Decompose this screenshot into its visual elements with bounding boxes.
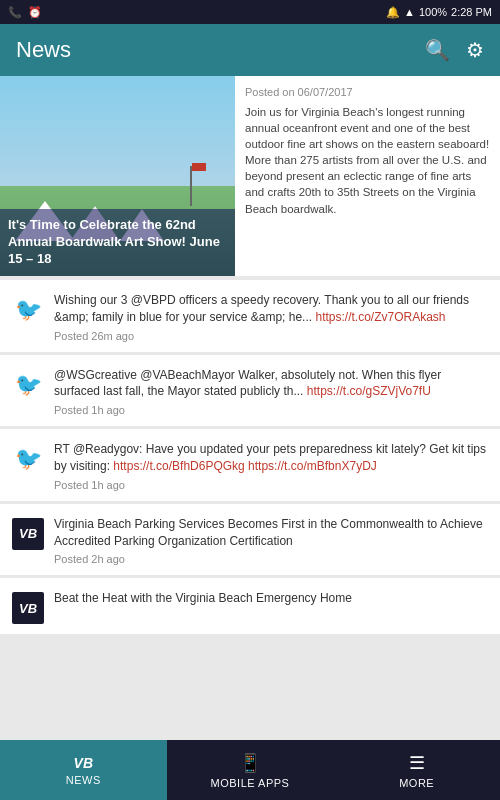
twitter-icon-2: 🐦 (12, 369, 44, 401)
mobile-apps-nav-icon: 📱 (239, 752, 261, 774)
twitter-bird-icon: 🐦 (15, 372, 42, 398)
nav-label-news: NEWS (66, 774, 101, 786)
tweet-body-1: Wishing our 3 @VBPD officers a speedy re… (54, 292, 488, 342)
status-left-icons: 📞 ⏰ (8, 6, 42, 19)
twitter-bird-icon: 🐦 (15, 297, 42, 323)
alarm-status-icon: ⏰ (28, 6, 42, 19)
nav-item-news[interactable]: VB NEWS (0, 740, 167, 800)
list-item[interactable]: 🐦 Wishing our 3 @VBPD officers a speedy … (0, 280, 500, 352)
nav-label-mobile-apps: MOBILE APPS (211, 777, 290, 789)
news-nav-icon: VB (74, 755, 93, 771)
settings-icon[interactable]: ⚙ (466, 38, 484, 62)
header-actions: 🔍 ⚙ (425, 38, 484, 62)
page-title: News (16, 37, 71, 63)
tweet-link-1[interactable]: https://t.co/Zv7ORAkash (315, 310, 445, 324)
vb-logo-1: VB (12, 518, 44, 550)
flag-pole (190, 166, 192, 206)
featured-body: Join us for Virginia Beach's longest run… (245, 104, 490, 217)
silent-icon: 🔔 (386, 6, 400, 19)
search-icon[interactable]: 🔍 (425, 38, 450, 62)
status-bar: 📞 ⏰ 🔔 ▲ 100% 2:28 PM (0, 0, 500, 24)
status-right-icons: 🔔 ▲ 100% 2:28 PM (386, 6, 492, 19)
nav-label-more: MORE (399, 777, 434, 789)
twitter-bird-icon: 🐦 (15, 446, 42, 472)
app-header: News 🔍 ⚙ (0, 24, 500, 76)
featured-date: Posted on 06/07/2017 (245, 86, 490, 98)
twitter-icon-3: 🐦 (12, 443, 44, 475)
wifi-icon: ▲ (404, 6, 415, 18)
bottom-navigation: VB NEWS 📱 MOBILE APPS ☰ MORE (0, 740, 500, 800)
nav-item-more[interactable]: ☰ MORE (333, 740, 500, 800)
tweet-link-3[interactable]: https://t.co/BfhD6PQGkg https://t.co/mBf… (113, 459, 376, 473)
list-item[interactable]: 🐦 @WSGcreative @VABeachMayor Walker, abs… (0, 355, 500, 427)
battery-text: 100% (419, 6, 447, 18)
more-nav-icon: ☰ (409, 752, 425, 774)
news-list: 🐦 Wishing our 3 @VBPD officers a speedy … (0, 280, 500, 634)
flag (192, 163, 206, 171)
vb-body-2: Beat the Heat with the Virginia Beach Em… (54, 590, 488, 611)
list-item[interactable]: VB Beat the Heat with the Virginia Beach… (0, 578, 500, 634)
featured-headline: It's Time to Celebrate the 62nd Annual B… (8, 217, 227, 268)
twitter-icon-1: 🐦 (12, 294, 44, 326)
vb-logo-2: VB (12, 592, 44, 624)
tweet-time-3: Posted 1h ago (54, 479, 488, 491)
tweet-time-2: Posted 1h ago (54, 404, 488, 416)
tweet-text-3: RT @Readygov: Have you updated your pets… (54, 441, 488, 475)
vb-time-1: Posted 2h ago (54, 553, 488, 565)
list-item[interactable]: VB Virginia Beach Parking Services Becom… (0, 504, 500, 576)
featured-content: Posted on 06/07/2017 Join us for Virgini… (235, 76, 500, 276)
phone-status-icon: 📞 (8, 6, 22, 19)
tweet-text-2: @WSGcreative @VABeachMayor Walker, absol… (54, 367, 488, 401)
tweet-body-2: @WSGcreative @VABeachMayor Walker, absol… (54, 367, 488, 417)
tweet-text-1: Wishing our 3 @VBPD officers a speedy re… (54, 292, 488, 326)
vb-body-1: Virginia Beach Parking Services Becomes … (54, 516, 488, 566)
tweet-time-1: Posted 26m ago (54, 330, 488, 342)
nav-item-mobile-apps[interactable]: 📱 MOBILE APPS (167, 740, 334, 800)
featured-article[interactable]: It's Time to Celebrate the 62nd Annual B… (0, 76, 500, 276)
tweet-link-2[interactable]: https://t.co/gSZVjVo7fU (307, 384, 431, 398)
featured-overlay: It's Time to Celebrate the 62nd Annual B… (0, 209, 235, 276)
featured-image: It's Time to Celebrate the 62nd Annual B… (0, 76, 235, 276)
list-item[interactable]: 🐦 RT @Readygov: Have you updated your pe… (0, 429, 500, 501)
vb-text-2: Beat the Heat with the Virginia Beach Em… (54, 590, 488, 607)
tweet-body-3: RT @Readygov: Have you updated your pets… (54, 441, 488, 491)
vb-text-1: Virginia Beach Parking Services Becomes … (54, 516, 488, 550)
time-display: 2:28 PM (451, 6, 492, 18)
sky (0, 76, 235, 196)
